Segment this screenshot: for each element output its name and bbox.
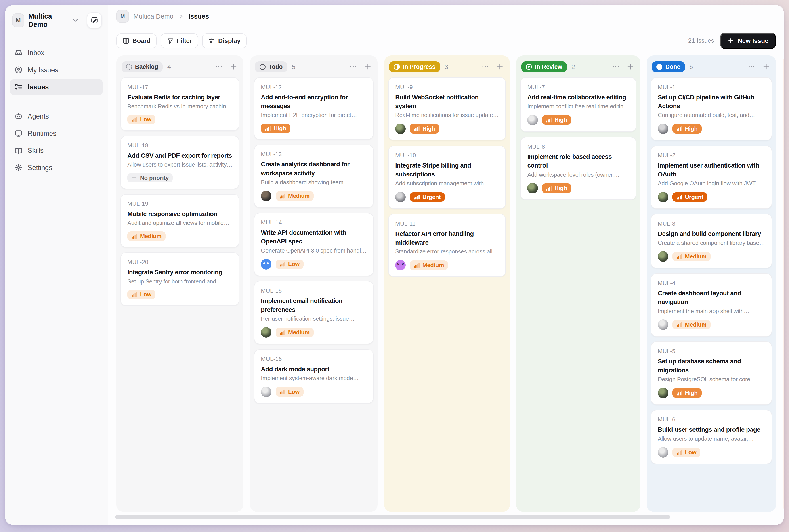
issue-card[interactable]: MUL-20 Integrate Sentry error monitoring… <box>120 252 239 306</box>
issue-id: MUL-4 <box>658 280 765 286</box>
issue-card[interactable]: MUL-15 Implement email notification pref… <box>254 281 374 344</box>
status-badge: Done <box>652 61 685 72</box>
column-menu-button[interactable] <box>482 63 489 71</box>
status-badge: Todo <box>255 61 287 72</box>
priority-label: Low <box>288 261 300 267</box>
column-menu-button[interactable] <box>612 63 620 71</box>
display-button[interactable]: Display <box>202 33 247 49</box>
priority-badge: High <box>410 124 439 134</box>
issue-card[interactable]: MUL-1 Set up CI/CD pipeline with GitHub … <box>651 77 772 140</box>
avatar-photo-green <box>658 388 669 398</box>
priority-badge: Medium <box>276 191 314 201</box>
issue-footer: No priority <box>127 173 232 183</box>
column-add-button[interactable] <box>626 63 634 71</box>
issues-count: 21 Issues <box>688 37 714 44</box>
issue-id: MUL-11 <box>395 221 499 227</box>
issue-footer: Low <box>261 259 367 269</box>
issue-card[interactable]: MUL-18 Add CSV and PDF export for report… <box>120 136 239 189</box>
column-add-button[interactable] <box>364 63 372 71</box>
sidebar-item-agents[interactable]: Agents <box>10 108 103 124</box>
issue-card[interactable]: MUL-17 Evaluate Redis for caching layer … <box>120 77 239 131</box>
column-menu-button[interactable] <box>350 63 357 71</box>
filter-label: Filter <box>177 37 192 44</box>
issue-footer: Medium <box>395 260 499 270</box>
workspace-switcher[interactable]: M Multica Demo <box>10 11 103 30</box>
issue-footer: Medium <box>127 231 232 241</box>
issue-footer: Urgent <box>395 192 499 202</box>
sidebar-item-my-issues[interactable]: My Issues <box>10 62 103 78</box>
issue-description: Implement system-aware dark mode… <box>261 375 367 381</box>
avatar-photo-light <box>527 115 538 125</box>
issue-footer: Low <box>261 386 367 397</box>
issue-card[interactable]: MUL-12 Add end-to-end encryption for mes… <box>254 77 374 139</box>
issue-card[interactable]: MUL-2 Implement user authentication with… <box>651 146 772 209</box>
issue-id: MUL-19 <box>127 201 232 207</box>
column-cards: MUL-1 Set up CI/CD pipeline with GitHub … <box>651 77 772 464</box>
priority-badge: Medium <box>672 320 711 329</box>
priority-badge: High <box>542 115 571 125</box>
scrollbar-thumb[interactable] <box>115 515 670 519</box>
priority-label: Medium <box>422 262 444 268</box>
issue-footer: High <box>527 183 629 193</box>
plus-icon <box>728 38 734 44</box>
column-inreview: In Review 2 MUL-7 Add real-time collabor… <box>516 55 640 512</box>
issue-card[interactable]: MUL-4 Create dashboard layout and naviga… <box>651 273 772 337</box>
sidebar-item-label: Agents <box>28 112 49 120</box>
priority-bars-icon <box>414 194 420 200</box>
priority-label: High <box>274 125 286 132</box>
avatar-robot <box>261 259 271 269</box>
breadcrumb-workspace-logo: M <box>116 10 129 22</box>
sidebar-item-issues[interactable]: Issues <box>10 79 103 95</box>
issue-card[interactable]: MUL-10 Integrate Stripe billing and subs… <box>388 146 506 209</box>
priority-label: High <box>555 117 567 123</box>
issue-card[interactable]: MUL-8 Implement role-based access contro… <box>520 137 636 200</box>
issue-card[interactable]: MUL-11 Refactor API error handling middl… <box>388 214 506 277</box>
priority-bars-icon <box>676 322 682 328</box>
new-issue-button[interactable]: New Issue <box>720 33 776 49</box>
sidebar-item-inbox[interactable]: Inbox <box>10 45 103 61</box>
column-add-button[interactable] <box>763 63 770 71</box>
issue-card[interactable]: MUL-5 Set up database schema and migrati… <box>651 341 772 405</box>
priority-badge: Medium <box>276 328 314 337</box>
issue-card[interactable]: MUL-7 Add real-time collaborative editin… <box>520 77 636 132</box>
issue-card[interactable]: MUL-13 Create analytics dashboard for wo… <box>254 145 374 208</box>
column-menu-button[interactable] <box>215 63 223 71</box>
column-menu-button[interactable] <box>748 63 755 71</box>
issue-card[interactable]: MUL-16 Add dark mode support Implement s… <box>254 349 374 404</box>
issue-id: MUL-5 <box>658 348 765 355</box>
issue-description: Build a dashboard showing team… <box>261 179 367 186</box>
issue-card[interactable]: MUL-19 Mobile responsive optimization Au… <box>120 194 239 247</box>
issue-card[interactable]: MUL-14 Write API documentation with Open… <box>254 213 374 276</box>
column-cards: MUL-9 Build WebSocket notification syste… <box>388 77 506 277</box>
issue-id: MUL-1 <box>658 84 765 91</box>
column-add-button[interactable] <box>230 63 238 71</box>
sidebar-item-label: Runtimes <box>28 130 57 137</box>
issue-footer: High <box>658 388 765 398</box>
sidebar-item-settings[interactable]: Settings <box>10 159 103 175</box>
priority-badge: Low <box>127 115 155 125</box>
filter-button[interactable]: Filter <box>161 33 198 49</box>
issue-card[interactable]: MUL-9 Build WebSocket notification syste… <box>388 77 506 140</box>
issue-card[interactable]: MUL-6 Build user settings and profile pa… <box>651 410 772 464</box>
compose-button[interactable] <box>87 12 102 28</box>
issue-title: Set up CI/CD pipeline with GitHub Action… <box>658 93 765 111</box>
issue-description: Audit and optimize all views for mobile… <box>127 220 232 226</box>
breadcrumb: M Multica Demo Issues <box>108 5 784 28</box>
breadcrumb-workspace[interactable]: Multica Demo <box>133 13 173 20</box>
column-count: 6 <box>689 63 693 71</box>
issue-description: Standardize error responses across all… <box>395 248 499 255</box>
sidebar-item-skills[interactable]: Skills <box>10 142 103 158</box>
board-view-label: Board <box>132 37 151 44</box>
issue-title: Design and build component library <box>658 229 765 238</box>
status-backlog-icon <box>126 64 132 70</box>
board-view-button[interactable]: Board <box>116 33 156 49</box>
issue-footer: Urgent <box>658 192 765 202</box>
priority-badge: No priority <box>127 173 173 183</box>
issue-description: Set up Sentry for both frontend and… <box>127 278 232 285</box>
sidebar-item-runtimes[interactable]: Runtimes <box>10 125 103 141</box>
priority-badge: Medium <box>410 261 448 270</box>
priority-bars-icon <box>676 126 682 132</box>
issue-id: MUL-13 <box>261 151 367 157</box>
column-add-button[interactable] <box>496 63 504 71</box>
issue-card[interactable]: MUL-3 Design and build component library… <box>651 214 772 268</box>
